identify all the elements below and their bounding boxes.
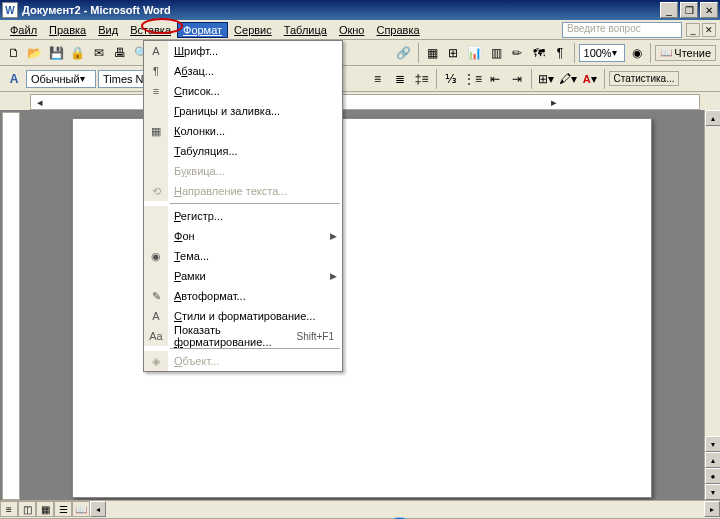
vertical-scrollbar[interactable]: ▴ ▾ ▴ ● ▾ xyxy=(704,110,720,500)
scroll-track[interactable] xyxy=(705,126,720,436)
numbering-icon[interactable]: ⅓ xyxy=(441,69,461,89)
document-area[interactable] xyxy=(20,110,704,500)
statistics-button[interactable]: Статистика... xyxy=(609,71,680,86)
insert-table-icon[interactable]: ⊞ xyxy=(444,43,463,63)
docmap-icon[interactable]: 🗺 xyxy=(529,43,548,63)
menu-item[interactable]: ≡Список... xyxy=(144,81,342,101)
menu-item-label: Рамки xyxy=(168,270,330,282)
line-spacing-icon[interactable]: ‡≡ xyxy=(412,69,432,89)
new-icon[interactable]: 🗋 xyxy=(4,43,23,63)
zoom-select[interactable]: 100% ▾ xyxy=(579,44,626,62)
align-right-icon[interactable]: ≡ xyxy=(368,69,388,89)
menu-item[interactable]: ◉Тема... xyxy=(144,246,342,266)
scroll-left-icon[interactable]: ◂ xyxy=(90,501,106,517)
close-button[interactable]: ✕ xyxy=(700,2,718,18)
menu-edit[interactable]: Правка xyxy=(43,22,92,38)
menu-view[interactable]: Вид xyxy=(92,22,124,38)
horizontal-scrollbar[interactable]: ◂ ▸ xyxy=(90,501,720,518)
borders-icon[interactable]: ⊞▾ xyxy=(536,69,556,89)
separator xyxy=(436,69,437,89)
open-icon[interactable]: 📂 xyxy=(25,43,44,63)
menu-item-shortcut: Shift+F1 xyxy=(296,331,342,342)
submenu-arrow-icon: ▶ xyxy=(330,271,342,281)
menu-window[interactable]: Окно xyxy=(333,22,371,38)
paragraph-icon[interactable]: ¶ xyxy=(550,43,569,63)
menu-item[interactable]: AСтили и форматирование... xyxy=(144,306,342,326)
tables-icon[interactable]: ▦ xyxy=(422,43,441,63)
menu-item-icon: ≡ xyxy=(144,81,168,101)
menu-item-icon: ✎ xyxy=(144,286,168,306)
menu-item[interactable]: ¶Абзац... xyxy=(144,61,342,81)
menu-item-label: Границы и заливка... xyxy=(168,105,342,117)
menu-item[interactable]: Границы и заливка... xyxy=(144,101,342,121)
menu-item[interactable]: Регистр... xyxy=(144,206,342,226)
menu-item[interactable]: AШрифт... xyxy=(144,41,342,61)
bullets-icon[interactable]: ⋮≡ xyxy=(463,69,483,89)
indent-icon[interactable]: ⇥ xyxy=(507,69,527,89)
hyperlink-icon[interactable]: 🔗 xyxy=(394,43,413,63)
menu-item-icon: ⟲ xyxy=(144,181,168,201)
menu-item-icon: A xyxy=(144,41,168,61)
menu-item-icon: Aa xyxy=(144,326,168,346)
horizontal-ruler[interactable]: ◂▸ xyxy=(30,94,700,110)
menu-insert[interactable]: Вставка xyxy=(124,22,177,38)
reading-layout-button[interactable]: 📖 Чтение xyxy=(655,45,716,61)
menu-item-label: Колонки... xyxy=(168,125,342,137)
print-icon[interactable]: 🖶 xyxy=(110,43,129,63)
browse-object-icon[interactable]: ● xyxy=(705,468,720,484)
horizontal-scroll-row: ≡ ◫ ▦ ☰ 📖 ◂ ▸ xyxy=(0,500,720,518)
separator xyxy=(650,43,651,63)
mdi-close[interactable]: ✕ xyxy=(702,23,716,37)
menu-format[interactable]: Формат xyxy=(177,22,228,38)
mdi-minimize[interactable]: _ xyxy=(686,23,700,37)
font-color-icon[interactable]: A▾ xyxy=(580,69,600,89)
next-page-icon[interactable]: ▾ xyxy=(705,484,720,500)
scroll-track-h[interactable] xyxy=(106,501,704,518)
prev-page-icon[interactable]: ▴ xyxy=(705,452,720,468)
vertical-ruler[interactable] xyxy=(2,112,20,500)
excel-icon[interactable]: 📊 xyxy=(465,43,484,63)
scroll-up-icon[interactable]: ▴ xyxy=(705,110,720,126)
restore-button[interactable]: ❐ xyxy=(680,2,698,18)
outline-view-icon[interactable]: ☰ xyxy=(54,501,72,517)
style-select[interactable]: Обычный ▾ xyxy=(26,70,96,88)
save-icon[interactable]: 💾 xyxy=(47,43,66,63)
mdi-controls: _ ✕ xyxy=(686,23,716,37)
styles-pane-icon[interactable]: A xyxy=(4,69,24,89)
drawing-icon[interactable]: ✏ xyxy=(508,43,527,63)
scroll-down-icon[interactable]: ▾ xyxy=(705,436,720,452)
print-view-icon[interactable]: ▦ xyxy=(36,501,54,517)
help-icon[interactable]: ◉ xyxy=(627,43,646,63)
menu-item-label: Буквица... xyxy=(168,165,342,177)
menu-item-label: Тема... xyxy=(168,250,342,262)
menu-item-label: Показать форматирование... xyxy=(168,324,296,348)
align-justify-icon[interactable]: ≣ xyxy=(390,69,410,89)
menu-item[interactable]: ▦Колонки... xyxy=(144,121,342,141)
menu-item[interactable]: AaПоказать форматирование...Shift+F1 xyxy=(144,326,342,346)
menu-item: Буквица... xyxy=(144,161,342,181)
columns-icon[interactable]: ▥ xyxy=(486,43,505,63)
permission-icon[interactable]: 🔒 xyxy=(68,43,87,63)
menu-item[interactable]: Фон▶ xyxy=(144,226,342,246)
normal-view-icon[interactable]: ≡ xyxy=(0,501,18,517)
mail-icon[interactable]: ✉ xyxy=(89,43,108,63)
minimize-button[interactable]: _ xyxy=(660,2,678,18)
menu-item[interactable]: Табуляция... xyxy=(144,141,342,161)
ask-question-box[interactable]: Введите вопрос xyxy=(562,22,682,38)
outdent-icon[interactable]: ⇤ xyxy=(485,69,505,89)
highlight-icon[interactable]: 🖍▾ xyxy=(558,69,578,89)
separator xyxy=(418,43,419,63)
menu-help[interactable]: Справка xyxy=(370,22,425,38)
menu-item-label: Регистр... xyxy=(168,210,342,222)
menu-item-icon: ▦ xyxy=(144,121,168,141)
scroll-right-icon[interactable]: ▸ xyxy=(704,501,720,517)
web-view-icon[interactable]: ◫ xyxy=(18,501,36,517)
menu-item-label: Автоформат... xyxy=(168,290,342,302)
menu-tools[interactable]: Сервис xyxy=(228,22,278,38)
reading-view-icon[interactable]: 📖 xyxy=(72,501,90,517)
menu-item-label: Табуляция... xyxy=(168,145,342,157)
menu-table[interactable]: Таблица xyxy=(278,22,333,38)
menu-item[interactable]: ✎Автоформат... xyxy=(144,286,342,306)
menu-item[interactable]: Рамки▶ xyxy=(144,266,342,286)
menu-file[interactable]: Файл xyxy=(4,22,43,38)
